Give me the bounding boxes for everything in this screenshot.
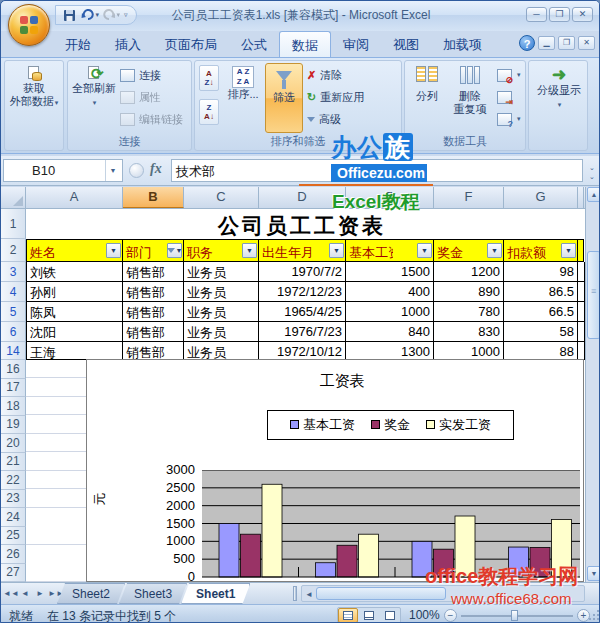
minimize-button[interactable]: ─ — [526, 7, 547, 22]
edit-links-button[interactable]: 编辑链接 — [120, 109, 183, 129]
remove-duplicates-button[interactable]: 删除 重复项 — [448, 63, 492, 133]
cell-r3-c6[interactable]: 98 — [504, 262, 578, 282]
workbook-minimize-button[interactable]: ▁ — [538, 36, 555, 50]
expand-formula-bar-icon[interactable]: ⌄⌄ — [585, 159, 599, 182]
cell-r14-c7[interactable] — [578, 342, 585, 360]
tab-scrollbar-splitter[interactable] — [293, 586, 297, 601]
scroll-left-icon[interactable]: ◄ — [302, 587, 316, 602]
ribbon-tab-数据[interactable]: 数据 — [279, 31, 331, 57]
row-header-23[interactable]: 23 — [1, 490, 26, 509]
row-header-14[interactable]: 14 — [1, 342, 26, 360]
cell-r14-c6[interactable]: 88 — [504, 342, 578, 360]
reapply-button[interactable]: ↻重新应用 — [307, 87, 364, 107]
row-header-19[interactable]: 19 — [1, 416, 26, 435]
zoom-slider-thumb[interactable] — [511, 610, 518, 621]
cell-r5-c4[interactable]: 1000 — [346, 302, 434, 322]
row-header-5[interactable]: 5 — [1, 302, 26, 322]
next-sheet-icon[interactable]: ► — [33, 586, 47, 601]
cell-r3-c2[interactable]: 业务员 — [184, 262, 259, 282]
cell-r14-c2[interactable]: 业务员 — [184, 342, 259, 360]
properties-button[interactable]: 属性 — [120, 87, 161, 107]
cell-r3-c5[interactable]: 1200 — [434, 262, 504, 282]
sheet-tab-Sheet3[interactable]: Sheet3 — [119, 583, 187, 604]
cell-r14-c3[interactable]: 1972/10/12 — [259, 342, 346, 360]
row-header-20[interactable]: 20 — [1, 434, 26, 453]
cell-r6-c1[interactable]: 销售部 — [123, 322, 184, 342]
sort-button[interactable]: A ZZ A 排序... — [223, 63, 263, 133]
vertical-scrollbar[interactable]: ▲ ▼ — [585, 187, 600, 582]
cell-r3-c0[interactable]: 刘铁 — [26, 262, 123, 282]
column-header-partial[interactable] — [578, 187, 584, 208]
cell-r5-c1[interactable]: 销售部 — [123, 302, 184, 322]
ribbon-tab-公式[interactable]: 公式 — [229, 31, 279, 57]
help-icon[interactable]: ? — [519, 35, 535, 51]
normal-view-button[interactable] — [338, 608, 358, 623]
workbook-close-button[interactable]: ✕ — [578, 36, 595, 50]
get-external-data-button[interactable]: 获取 外部数据▾ — [11, 63, 57, 133]
cell-r4-c5[interactable]: 890 — [434, 282, 504, 302]
office-button[interactable] — [8, 4, 50, 46]
row-header-2[interactable]: 2 — [1, 239, 26, 262]
ribbon-tab-视图[interactable]: 视图 — [381, 31, 431, 57]
ribbon-tab-页面布局[interactable]: 页面布局 — [153, 31, 229, 57]
cell-r6-c2[interactable]: 业务员 — [184, 322, 259, 342]
filter-dropdown-基本工资[interactable]: ▼ — [417, 243, 432, 258]
worksheet-grid[interactable]: 12345614161718192021222324252627 公司员工工资表… — [1, 209, 585, 582]
cell-r14-c1[interactable]: 销售部 — [123, 342, 184, 360]
row-header-27[interactable]: 27 — [1, 564, 26, 583]
column-header-G[interactable]: G — [504, 187, 578, 208]
filter-dropdown-职务[interactable]: ▼ — [242, 243, 257, 258]
ribbon-tab-加载项[interactable]: 加载项 — [431, 31, 494, 57]
cell-r6-c4[interactable]: 840 — [346, 322, 434, 342]
row-header-25[interactable]: 25 — [1, 527, 26, 546]
cell-r3-c1[interactable]: 销售部 — [123, 262, 184, 282]
select-all-corner[interactable] — [1, 187, 26, 208]
row-header-18[interactable]: 18 — [1, 397, 26, 416]
cell-r6-c7[interactable] — [578, 322, 585, 342]
cell-r6-c3[interactable]: 1976/7/23 — [259, 322, 346, 342]
connections-button[interactable]: 连接 — [120, 65, 161, 85]
cell-r4-c0[interactable]: 孙刚 — [26, 282, 123, 302]
workbook-restore-button[interactable]: ❐ — [558, 36, 575, 50]
scroll-up-icon[interactable]: ▲ — [587, 187, 600, 202]
cell-r4-c4[interactable]: 400 — [346, 282, 434, 302]
sheet-tab-Sheet2[interactable]: Sheet2 — [57, 583, 125, 604]
advanced-button[interactable]: 高级 — [307, 109, 341, 129]
cell-r4-c7[interactable] — [578, 282, 585, 302]
cell-r6-c5[interactable]: 830 — [434, 322, 504, 342]
what-if-analysis-button[interactable]: ?▾ — [497, 109, 521, 129]
consolidate-button[interactable]: ⇥ — [497, 87, 512, 107]
page-layout-view-button[interactable] — [359, 608, 379, 623]
scroll-down-icon[interactable]: ▼ — [587, 566, 600, 581]
cell-r14-c5[interactable]: 1000 — [434, 342, 504, 360]
data-validation-button[interactable]: ⊘▾ — [497, 65, 521, 85]
filter-dropdown-姓名[interactable]: ▼ — [106, 243, 121, 258]
sheet-tab-Sheet1[interactable]: Sheet1 — [181, 583, 250, 604]
cell-r5-c5[interactable]: 780 — [434, 302, 504, 322]
first-sheet-icon[interactable]: ◄◄ — [3, 586, 17, 601]
filter-button[interactable]: 筛选 — [265, 63, 303, 133]
cell-r4-c3[interactable]: 1972/12/23 — [259, 282, 346, 302]
ribbon-tab-审阅[interactable]: 审阅 — [331, 31, 381, 57]
cell-r14-c4[interactable]: 1300 — [346, 342, 434, 360]
cell-r3-c4[interactable]: 1500 — [346, 262, 434, 282]
filter-dropdown-奖金[interactable]: ▼ — [487, 243, 502, 258]
row-header-6[interactable]: 6 — [1, 322, 26, 342]
column-header-C[interactable]: C — [184, 187, 259, 208]
insert-function-icon[interactable]: fx — [150, 161, 162, 177]
sort-descending-button[interactable]: ZA↓ — [199, 99, 219, 125]
row-header-24[interactable]: 24 — [1, 508, 26, 527]
ribbon-tab-插入[interactable]: 插入 — [103, 31, 153, 57]
cell-r3-c7[interactable] — [578, 262, 585, 282]
clear-filter-button[interactable]: ✗清除 — [307, 65, 342, 85]
cell-r5-c2[interactable]: 业务员 — [184, 302, 259, 322]
cell-r5-c0[interactable]: 陈凤 — [26, 302, 123, 322]
cell-r3-c3[interactable]: 1970/7/2 — [259, 262, 346, 282]
cell-r6-c0[interactable]: 沈阳 — [26, 322, 123, 342]
filter-dropdown-出生年月[interactable]: ▼ — [329, 243, 344, 258]
row-header-17[interactable]: 17 — [1, 379, 26, 398]
cell-r6-c6[interactable]: 58 — [504, 322, 578, 342]
cell-r5-c7[interactable] — [578, 302, 585, 322]
row-header-1[interactable]: 1 — [1, 209, 26, 239]
filter-dropdown-部门[interactable]: ▼ — [167, 243, 182, 258]
